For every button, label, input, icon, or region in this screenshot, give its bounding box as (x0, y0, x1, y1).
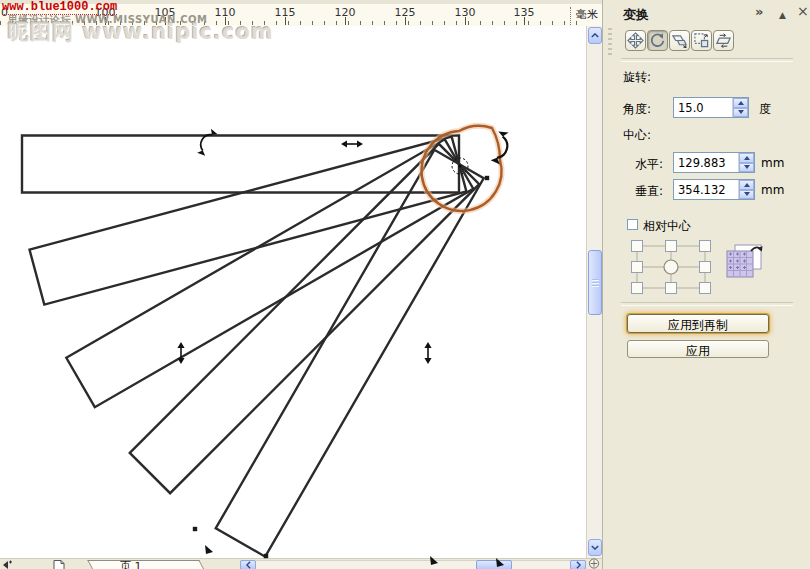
rotate-transform-button[interactable] (647, 30, 668, 51)
size-transform-button[interactable] (691, 30, 712, 51)
page-tab[interactable] (87, 560, 206, 569)
docker-collapse-icon[interactable]: ▲ (779, 8, 786, 23)
triangle-up-icon (744, 183, 750, 187)
transform-docker: 变换 » ▲ × (602, 0, 810, 569)
vertical-spinner (738, 180, 754, 199)
angle-label: 角度: (623, 101, 651, 118)
triangle-up-icon (744, 156, 750, 160)
chevron-up-icon (591, 33, 599, 38)
anchor-point-grid[interactable] (629, 238, 713, 296)
anchor-bottom-center[interactable] (666, 283, 677, 294)
vertical-value[interactable]: 354.132 (674, 180, 738, 199)
anchor-bottom-right[interactable] (700, 283, 711, 294)
anchor-top-left[interactable] (632, 241, 643, 252)
angle-spinner (732, 98, 748, 117)
page-bar: 页 1 (0, 558, 602, 569)
scale-mirror-icon (671, 32, 688, 49)
anchor-bottom-left[interactable] (632, 283, 643, 294)
relative-center-label: 相对中心 (643, 218, 691, 235)
anchor-top-right[interactable] (700, 241, 711, 252)
ruler-major-tick (285, 17, 286, 25)
page-icon[interactable] (52, 560, 65, 569)
anchor-top-center[interactable] (666, 241, 677, 252)
spin-down-button[interactable] (739, 163, 754, 173)
divider (621, 302, 793, 306)
drawing-canvas[interactable] (0, 26, 586, 558)
apply-to-duplicate-button[interactable]: 应用到再制 (627, 314, 769, 333)
angle-input[interactable]: 15.0 (673, 97, 749, 118)
docker-close-icon[interactable]: × (797, 4, 809, 19)
vertical-label: 垂直: (635, 183, 663, 200)
page-tab-label[interactable]: 页 1 (120, 559, 142, 569)
horizontal-value[interactable]: 129.883 (674, 153, 738, 172)
chevron-left-icon (246, 561, 251, 569)
rotate-arrow-icon (649, 32, 666, 49)
spin-up-button[interactable] (733, 98, 748, 108)
ruler-major-tick (524, 17, 525, 25)
chevron-right-icon (576, 561, 581, 569)
chevron-down-icon (591, 545, 599, 550)
vertical-center-input[interactable]: 354.132 (673, 179, 755, 200)
ruler-major-tick (345, 17, 346, 25)
anchor-middle-left[interactable] (632, 262, 643, 273)
scroll-right-button[interactable] (570, 560, 586, 569)
relative-center-checkbox[interactable] (627, 219, 638, 230)
triangle-down-icon (738, 110, 744, 114)
apply-button[interactable]: 应用 (627, 340, 769, 358)
ruler-major-tick (405, 17, 406, 25)
angle-unit-label: 度 (759, 101, 771, 118)
scroll-up-button[interactable] (588, 27, 602, 44)
center-section-label: 中心: (623, 127, 651, 144)
vertical-scrollbar[interactable] (586, 26, 603, 558)
horizontal-scroll-thumb[interactable] (476, 560, 512, 569)
anchor-center-selected[interactable] (664, 260, 678, 274)
triangle-down-icon (744, 165, 750, 169)
vertical-scroll-thumb[interactable] (588, 250, 602, 315)
horizontal-label: 水平: (635, 156, 663, 173)
ruler-unit-label: 毫米 (570, 7, 598, 25)
ruler-major-tick (465, 17, 466, 25)
docker-grip[interactable] (608, 28, 612, 58)
horizontal-spinner (738, 153, 754, 172)
thumb-grip (592, 279, 599, 287)
docker-expand-icon[interactable]: » (755, 4, 763, 19)
anchor-middle-right[interactable] (700, 262, 711, 273)
triangle-up-icon (738, 101, 744, 105)
drawing-workspace: 0 100105110115120125130135 毫米 www.blue10… (0, 0, 602, 569)
triangle-down-icon (744, 192, 750, 196)
scroll-down-button[interactable] (588, 539, 602, 556)
coreldraw-window: 0 100105110115120125130135 毫米 www.blue10… (0, 0, 810, 569)
size-icon (693, 32, 710, 49)
scroll-left-button[interactable] (240, 560, 256, 569)
spin-up-button[interactable] (739, 180, 754, 190)
divider (621, 58, 793, 62)
horizontal-unit-label: mm (761, 156, 784, 170)
vertical-unit-label: mm (761, 183, 784, 197)
spin-down-button[interactable] (733, 108, 748, 118)
skew-icon (715, 32, 732, 49)
angle-value[interactable]: 15.0 (674, 98, 732, 117)
position-transform-button[interactable] (625, 30, 646, 51)
horizontal-scrollbar[interactable] (240, 560, 586, 569)
spin-up-button[interactable] (739, 153, 754, 163)
rotate-duplicate-icon (723, 243, 765, 281)
skew-transform-button[interactable] (713, 30, 734, 51)
move-cross-icon (627, 32, 644, 49)
watermark-nipic: 昵图网 www.nipic.com (8, 18, 274, 46)
docker-title: 变换 (623, 6, 649, 24)
spin-down-button[interactable] (739, 190, 754, 200)
scale-mirror-transform-button[interactable] (669, 30, 690, 51)
document-navigator-icon[interactable] (588, 558, 600, 569)
page-nav-icon[interactable] (2, 560, 13, 569)
rotate-section-label: 旋转: (623, 69, 651, 86)
horizontal-center-input[interactable]: 129.883 (673, 152, 755, 173)
